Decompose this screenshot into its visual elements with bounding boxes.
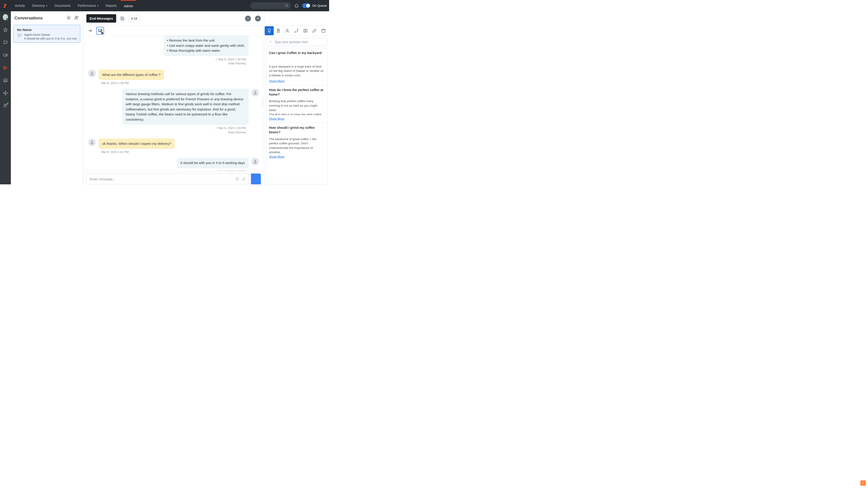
message-bubble-customer: What are the different types of coffee ? [98, 70, 164, 80]
avatar-icon [3, 14, 8, 20]
avatar-icon [251, 158, 259, 165]
conversations-panel: Conversations No Name Agent Assist Queue… [11, 11, 83, 184]
assist-tabs [264, 26, 329, 36]
show-more-link[interactable]: Show More [269, 79, 284, 83]
assist-tab-profile[interactable] [283, 26, 292, 35]
svg-point-16 [75, 16, 77, 18]
nav-documents[interactable]: Documents [51, 0, 74, 11]
presence-dot [6, 102, 9, 105]
assist-tab-notes[interactable] [310, 26, 319, 35]
canned-response-button[interactable] [96, 27, 104, 35]
route-icon [294, 28, 299, 33]
svg-point-33 [297, 29, 298, 30]
emoji-icon[interactable] [235, 177, 239, 181]
copy-icon [120, 16, 125, 21]
rail-video[interactable] [3, 53, 8, 58]
edit-icon [312, 28, 317, 33]
send-button[interactable] [251, 173, 261, 184]
rail-chat[interactable] [3, 40, 8, 45]
rail-scissors[interactable] [3, 65, 8, 70]
plus-icon: ＋ [256, 16, 260, 21]
show-more-link[interactable]: Show More [269, 117, 284, 121]
nav-admin[interactable]: Admin [121, 0, 136, 11]
assist-tab-panels[interactable] [301, 26, 310, 35]
rail-inbox[interactable] [3, 78, 8, 83]
avatar-icon [251, 89, 259, 96]
left-rail [0, 11, 11, 184]
message-meta: Mar 6, 2023 1:39 PM [101, 81, 259, 85]
suggestion-card[interactable]: How should I grind my coffee beans? The … [266, 123, 327, 160]
chevron-left-icon: ‹ [247, 17, 248, 21]
svg-point-11 [3, 93, 4, 94]
assist-search-input[interactable]: Type your question here [266, 38, 327, 46]
nav-items: Activity Directory▾ Documents Performanc… [12, 0, 136, 11]
svg-point-13 [4, 104, 6, 106]
avatar-icon [88, 70, 96, 77]
svg-rect-36 [322, 29, 325, 32]
assist-suggestions-list[interactable]: Can I grow Coffee in my backyard If your… [266, 48, 327, 184]
svg-rect-34 [304, 29, 305, 32]
show-more-link[interactable]: Show More [269, 155, 284, 158]
nav-add-button[interactable]: ＋ [255, 15, 261, 22]
conversation-card[interactable]: No Name Agent Assist Queue It should be … [13, 25, 80, 43]
message-placeholder: Enter message... [90, 177, 115, 181]
assist-tab-schedule[interactable] [319, 26, 328, 35]
copy-button[interactable] [119, 15, 126, 22]
svg-point-26 [91, 140, 93, 142]
assist-tab-suggestions[interactable] [265, 26, 274, 35]
svg-point-24 [91, 72, 93, 73]
columns-icon [303, 28, 308, 33]
chat-transcript[interactable]: • Remove the tank from the unit. • Use w… [83, 36, 264, 171]
on-queue-toggle[interactable]: On Queue [302, 3, 327, 8]
notifications-button[interactable] [294, 3, 299, 8]
interaction-timer: 4:18 [128, 15, 140, 22]
assist-tab-script[interactable] [274, 26, 283, 35]
arrow-right-icon [88, 28, 93, 33]
svg-line-2 [287, 6, 288, 7]
rail-interactions[interactable] [3, 103, 8, 108]
svg-point-9 [5, 91, 6, 92]
add-contact-button[interactable] [74, 15, 79, 21]
global-search[interactable] [250, 2, 291, 9]
nav-performance[interactable]: Performance▾ [74, 0, 101, 11]
calendar-icon [321, 28, 326, 33]
svg-point-29 [237, 178, 237, 179]
conversation-queue: Agent Assist Queue [24, 33, 77, 36]
chevron-down-icon: ▾ [46, 4, 47, 7]
apps-icon [3, 91, 8, 96]
message-bubble-agent: • Remove the tank from the unit. • Use w… [163, 36, 249, 56]
nav-directory[interactable]: Directory▾ [29, 0, 51, 11]
svg-point-27 [254, 160, 256, 162]
message-bubble-agent: It should be with you in 3 to 5 working … [177, 158, 249, 168]
rail-favorites[interactable] [3, 27, 8, 33]
message-meta: Mar 6, 2023 1:42 PM [101, 150, 259, 154]
attachment-icon[interactable] [242, 177, 246, 181]
assist-search-placeholder: Type your question here [274, 40, 308, 44]
rail-apps[interactable] [3, 90, 8, 96]
message-input[interactable]: Enter message... [86, 173, 249, 184]
person-plus-icon [74, 15, 79, 20]
avatar-icon [88, 138, 96, 146]
svg-point-25 [254, 91, 256, 93]
svg-point-15 [68, 17, 69, 19]
svg-rect-35 [306, 29, 307, 32]
app-logo[interactable] [0, 0, 10, 11]
on-queue-label: On Queue [312, 4, 327, 7]
assist-tab-journey[interactable] [292, 26, 301, 35]
message-composer: Enter message... [83, 171, 264, 184]
end-messages-button[interactable]: End Messages [86, 14, 116, 23]
chat-subtoolbar [83, 26, 264, 36]
rail-profile[interactable] [3, 14, 8, 20]
script-icon [276, 28, 281, 33]
nav-reports[interactable]: Reports [102, 0, 120, 11]
nav-back-button[interactable]: ‹ [245, 15, 251, 22]
message-icon [17, 33, 22, 38]
suggestion-card[interactable]: Can I grow Coffee in my backyard If your… [266, 48, 327, 85]
suggestion-card[interactable]: How do I brew the perfect coffee at home… [266, 85, 327, 123]
conversations-settings-button[interactable] [66, 15, 72, 21]
scissors-icon [3, 65, 8, 70]
nav-activity[interactable]: Activity [12, 0, 28, 11]
conversation-name: No Name [17, 28, 77, 32]
transfer-button[interactable] [86, 27, 94, 35]
chat-topbar: End Messages 4:18 ‹ ＋ [83, 11, 264, 26]
